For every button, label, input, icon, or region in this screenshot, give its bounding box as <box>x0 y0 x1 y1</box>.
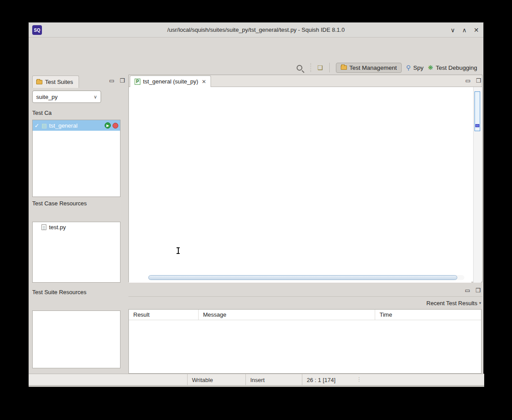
minimize-window-button[interactable]: ∨ <box>451 26 455 34</box>
column-time[interactable]: Time <box>375 310 481 320</box>
perspective-test-debugging[interactable]: ❋ Test Debugging <box>428 64 477 71</box>
bug-icon: ❋ <box>428 64 433 71</box>
minimize-panel-icon[interactable]: ▭ <box>465 287 470 294</box>
menu-bar <box>31 38 482 48</box>
test-suites-icon <box>36 80 42 84</box>
chevron-down-icon: ∨ <box>94 94 97 100</box>
perspective-test-management[interactable]: Test Management <box>336 63 402 73</box>
status-drag-handle: ⋮ <box>356 376 362 382</box>
close-window-button[interactable]: ✕ <box>474 26 479 34</box>
scrollbar-thumb[interactable] <box>474 91 480 131</box>
perspective-toolbar: ❏ Test Management ⚲ Spy ❋ Test Debugging <box>29 61 484 74</box>
main-toolbar <box>30 48 482 61</box>
editor-area: P tst_general (suite_py) ✕ ▭ ❒ <box>128 75 482 282</box>
recent-results-dropdown[interactable]: Recent Test Results <box>426 300 477 306</box>
test-case-resources-header: Test Case Resources <box>32 198 126 208</box>
maximize-window-button[interactable]: ∧ <box>462 26 467 34</box>
window-bottom-edge <box>29 385 484 387</box>
toolbar-separator <box>310 63 311 72</box>
squish-ide-window: SQ /usr/local/squish/suites/suite_py/tst… <box>28 22 484 386</box>
mouse-cursor <box>176 247 180 254</box>
close-tab-icon[interactable]: ✕ <box>202 79 206 85</box>
toolbar-divider <box>329 63 330 72</box>
spy-icon: ⚲ <box>406 64 410 71</box>
bottom-panel: ▭ ❒ Recent Test Results ▾ Result Message… <box>128 284 482 374</box>
test-suite-resources-list[interactable] <box>32 310 120 368</box>
status-bar: Writable Insert 26 : 1 [174] ⋮ <box>29 374 484 385</box>
sidebar: Test Suites ▭ ❒ suite_py ∨ Test Ca ✓ ▤ t… <box>32 75 126 369</box>
editor-vertical-scrollbar[interactable] <box>473 87 481 283</box>
results-toolbar: Recent Test Results ▾ <box>128 297 482 309</box>
maximize-editor-icon[interactable]: ❒ <box>476 77 481 84</box>
code-editor[interactable] <box>129 87 471 283</box>
editor-tab-bar: P tst_general (suite_py) ✕ ▭ ❒ <box>129 75 482 87</box>
test-suite-resources-header: Test Suite Resources <box>32 287 126 297</box>
python-script-icon: P <box>135 79 140 85</box>
test-case-resources-list[interactable]: test.py <box>32 222 120 283</box>
window-title: /usr/local/squish/suites/suite_py/tst_ge… <box>29 26 483 33</box>
check-icon: ✓ <box>34 122 39 129</box>
test-case-list[interactable]: ✓ ▤ tst_general ▶ <box>32 120 120 197</box>
editor-horizontal-scrollbar[interactable] <box>148 275 464 280</box>
file-row-test-py[interactable]: test.py <box>33 222 120 232</box>
test-cases-toolbar: Test Ca <box>32 106 126 119</box>
record-case-icon[interactable] <box>113 123 118 129</box>
status-cursor-position: 26 : 1 [174] <box>302 374 354 386</box>
minimize-editor-icon[interactable]: ▭ <box>465 77 471 84</box>
perspective-spy[interactable]: ⚲ Spy <box>406 64 424 71</box>
maximize-panel-icon[interactable]: ❒ <box>475 287 481 294</box>
results-table: Result Message Time <box>128 309 482 374</box>
test-management-icon <box>341 65 347 70</box>
run-case-icon[interactable]: ▶ <box>105 122 111 129</box>
file-icon <box>41 224 46 230</box>
search-icon[interactable] <box>297 65 302 71</box>
maximize-view-icon[interactable]: ❒ <box>120 77 125 84</box>
test-cases-label: Test Ca <box>32 110 52 116</box>
app-logo-icon: SQ <box>32 25 42 35</box>
title-bar[interactable]: SQ /usr/local/squish/suites/suite_py/tst… <box>29 23 483 38</box>
chevron-down-icon[interactable]: ▾ <box>479 301 482 305</box>
test-case-icon: ▤ <box>41 122 47 129</box>
column-message[interactable]: Message <box>199 310 375 320</box>
results-table-header: Result Message Time <box>129 310 481 320</box>
scrollbar-thumb[interactable] <box>148 275 457 280</box>
editor-tab-tst-general[interactable]: P tst_general (suite_py) ✕ <box>130 76 211 87</box>
test-suites-view-tab[interactable]: Test Suites <box>32 76 79 88</box>
bottom-tab-bar: ▭ ❒ <box>128 284 482 297</box>
suite-select-dropdown[interactable]: suite_py ∨ <box>32 91 101 103</box>
status-insert-mode: Insert <box>245 374 302 386</box>
column-result[interactable]: Result <box>129 310 199 320</box>
test-case-row-selected[interactable]: ✓ ▤ tst_general ▶ <box>33 120 120 131</box>
open-perspective-icon[interactable]: ❏ <box>317 64 323 71</box>
status-writable: Writable <box>187 374 245 386</box>
scrollbar-range-indicator <box>475 124 479 127</box>
minimize-view-icon[interactable]: ▭ <box>109 77 114 84</box>
